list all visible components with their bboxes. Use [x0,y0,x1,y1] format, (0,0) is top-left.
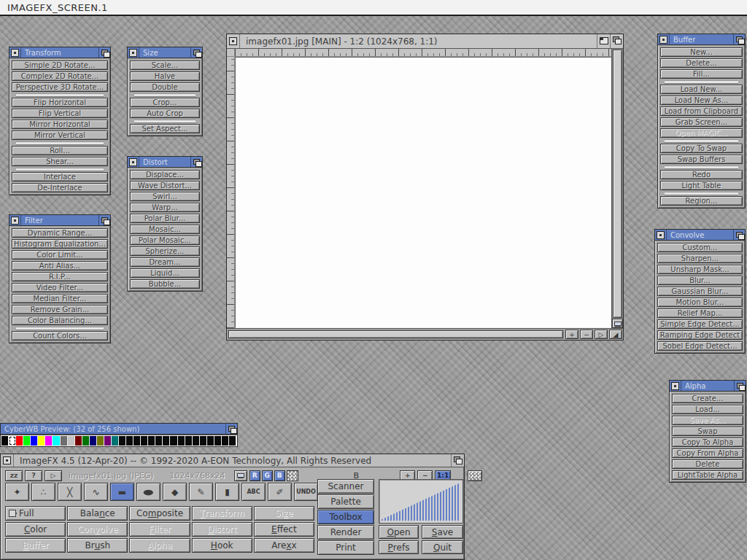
palette-swatch[interactable] [45,436,53,446]
save-button[interactable]: Save [422,525,463,539]
panel-button[interactable]: Perspective 3D Rotate... [12,82,108,92]
play-button[interactable]: ▷ [595,330,608,339]
panel-button[interactable]: Load New... [660,85,743,94]
panel-button[interactable]: Flip Vertical [12,109,108,118]
panel-button[interactable]: Median Filter... [12,294,108,303]
depth-icon[interactable] [733,34,745,44]
distort-panel-titlebar[interactable]: Distort [128,157,202,168]
palette-swatch[interactable] [163,436,170,446]
palette-swatch[interactable] [104,436,112,446]
panel-button[interactable]: Delete... [660,58,743,68]
panel-button[interactable]: Simple 2D Rotate... [12,61,108,70]
zoom-gadget-icon[interactable] [597,34,610,48]
palette-swatch[interactable] [200,436,207,446]
palette-swatch[interactable] [193,436,200,446]
depth-icon[interactable] [98,215,110,225]
screen-button[interactable] [234,470,247,481]
panel-button[interactable]: Set Aspect... [130,124,200,133]
panel-button[interactable]: Unsharp Mask... [657,265,743,274]
spray-tool-button[interactable]: ✐ [268,483,292,501]
close-icon[interactable] [128,157,139,167]
panel-button[interactable]: Region... [660,196,743,206]
panel-button[interactable]: Swap [672,427,743,436]
panel-button[interactable]: Dream... [130,257,200,267]
panel-button[interactable]: Sobel Edge Detect... [657,341,743,351]
distort-button[interactable]: Distort [192,522,252,537]
panel-button[interactable]: Motion Blur... [657,298,743,307]
palette-swatch[interactable] [75,436,82,446]
panel-button[interactable]: Interlace [12,172,108,182]
screen-titlebar[interactable]: IMAGEFX_SCREEN.1 [0,0,747,16]
panel-button[interactable]: Mirror Vertical [12,131,108,140]
horizontal-scrollbar-thumb[interactable] [228,330,563,338]
buffer-panel-titlebar[interactable]: Buffer [658,34,745,45]
palette-swatch[interactable] [82,436,90,446]
panel-button[interactable]: Create... [672,394,743,403]
filter-panel-titlebar[interactable]: Filter [9,215,110,226]
panel-button[interactable]: Ramping Edge Detect [657,330,743,340]
depth-icon[interactable] [225,424,237,434]
render-button[interactable]: Render [317,525,374,540]
fill-tool-button[interactable]: ▮ [215,483,239,501]
close-icon[interactable] [9,215,21,225]
close-icon[interactable] [9,47,21,58]
panel-button[interactable]: Load from Clipboard [660,106,743,116]
palette-swatch[interactable] [61,436,68,446]
palette-swatch[interactable] [119,436,126,446]
image-canvas[interactable] [235,57,611,328]
alpha-panel-titlebar[interactable]: Alpha [670,381,746,392]
panel-button[interactable]: Mosaic... [130,225,200,234]
close-icon[interactable] [670,381,681,391]
balance-button[interactable]: Balance [67,506,128,521]
polygon-tool-button[interactable]: ◆ [163,483,187,501]
panel-button[interactable]: Roll... [12,146,108,155]
alpha-channel-button[interactable] [287,470,298,481]
panel-button[interactable]: Delete [672,459,743,469]
palette-swatch[interactable] [16,436,23,446]
convolve-button[interactable]: Convolve [67,522,128,537]
scanner-button[interactable]: Scanner [317,479,374,494]
help-button[interactable]: ? [25,470,42,481]
panel-button[interactable]: Mirror Horizontal [12,120,108,129]
palette-swatch[interactable] [155,436,163,446]
transform-button[interactable]: Transform [192,506,252,521]
panel-button[interactable]: Swap Buffers [660,155,743,164]
panel-button[interactable]: Auto Crop [130,109,200,118]
navigator-button[interactable]: ◢ [609,330,622,339]
palette-swatch[interactable] [214,436,222,446]
alpha-button[interactable]: Alpha [129,538,190,553]
full-button[interactable]: Full [5,506,66,521]
horizontal-scrollbar[interactable] [228,330,564,339]
panel-button[interactable]: R.I.P... [12,272,108,281]
panel-button[interactable]: Copy To Swap [660,144,743,153]
close-icon[interactable] [658,34,670,44]
panel-button[interactable]: Grab Screen... [660,117,743,127]
brush-button[interactable]: Brush [67,538,128,553]
panel-button[interactable]: Simple Edge Detect... [657,319,743,329]
screen-mode-button[interactable] [612,319,623,328]
panel-button[interactable]: Color Balancing... [12,316,108,325]
panel-button[interactable]: Load New As... [660,96,743,105]
point-tool-button[interactable]: ✦ [5,483,29,501]
palette-swatch[interactable] [38,436,45,446]
quit-button[interactable]: Quit [422,540,463,554]
panel-button[interactable]: Shear... [12,157,108,166]
zoom-in-button[interactable]: + [565,330,578,339]
panel-button[interactable]: Histogram Equalization... [12,239,108,249]
buffer-button[interactable]: Buffer [5,538,66,553]
palette-swatch[interactable] [9,436,16,446]
panel-button[interactable]: Anti Alias... [12,261,108,271]
convolve-panel-titlebar[interactable]: Convolve [655,230,745,241]
panel-button[interactable]: Fill... [660,69,743,79]
blue-channel-button[interactable]: B [274,470,285,481]
panel-button[interactable]: LightTable Alpha [672,470,743,480]
panel-button[interactable]: Flip Horizontal [12,98,108,107]
palette-swatch[interactable] [178,436,185,446]
panel-button[interactable]: Open MAGIC... [660,128,743,138]
panel-button[interactable]: Custom... [657,243,743,252]
panel-button[interactable]: New... [660,47,743,57]
palette-swatch[interactable] [112,436,119,446]
panel-button[interactable]: Polar Mosaic... [130,236,200,245]
panel-button[interactable]: Light Table [660,181,743,190]
undo-button[interactable]: UNDO [294,483,318,501]
